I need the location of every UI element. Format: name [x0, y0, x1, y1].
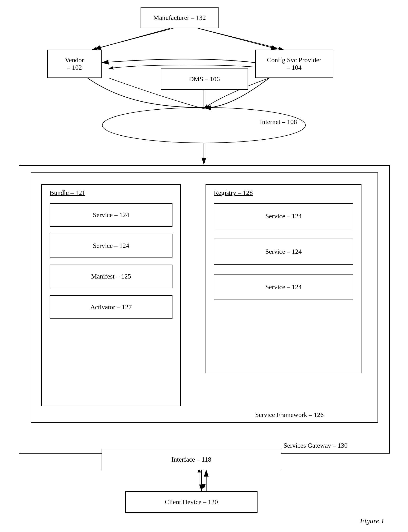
internet-label: Internet – 108: [260, 118, 297, 126]
registry-service3-label: Service – 124: [265, 283, 302, 291]
figure-label: Figure 1: [360, 517, 384, 525]
svg-line-6: [194, 27, 283, 50]
bundle-service2-box: Service – 124: [50, 234, 172, 257]
activator-box: Activator – 127: [50, 295, 172, 319]
bundle-service1-label: Service – 124: [93, 211, 129, 219]
service-framework-label: Service Framework – 126: [255, 411, 324, 419]
client-device-box: Client Device – 120: [125, 491, 257, 513]
manufacturer-box: Manufacturer – 132: [141, 7, 219, 28]
registry-service2-box: Service – 124: [214, 239, 353, 265]
svg-line-13: [94, 28, 170, 49]
svg-line-5: [92, 27, 177, 50]
bundle-service2-label: Service – 124: [93, 242, 129, 249]
client-device-label: Client Device – 120: [165, 498, 218, 506]
interface-label: Interface – 118: [171, 456, 211, 463]
config-svc-box: Config Svc Provider– 104: [255, 50, 333, 78]
config-svc-label: Config Svc Provider– 104: [267, 56, 321, 71]
manufacturer-label: Manufacturer – 132: [153, 14, 206, 22]
manifest-label: Manifest – 125: [91, 273, 131, 280]
dms-label: DMS – 106: [189, 75, 220, 83]
diagram: Manufacturer – 132 Vendor– 102 Config Sv…: [0, 0, 408, 532]
interface-box: Interface – 118: [102, 449, 281, 470]
vendor-label: Vendor– 102: [65, 56, 84, 71]
registry-service1-box: Service – 124: [214, 203, 353, 229]
registry-label: Registry – 128: [214, 189, 253, 196]
svg-line-14: [198, 28, 278, 49]
activator-label: Activator – 127: [90, 303, 132, 311]
bundle-service1-box: Service – 124: [50, 203, 172, 227]
registry-service2-label: Service – 124: [265, 248, 302, 255]
vendor-box: Vendor– 102: [47, 50, 102, 78]
services-gateway-label: Services Gateway – 130: [283, 442, 348, 449]
registry-service3-box: Service – 124: [214, 274, 353, 300]
dms-box: DMS – 106: [161, 68, 248, 90]
registry-service1-label: Service – 124: [265, 212, 302, 220]
manifest-box: Manifest – 125: [50, 265, 172, 288]
bundle-label: Bundle – 121: [50, 189, 85, 196]
